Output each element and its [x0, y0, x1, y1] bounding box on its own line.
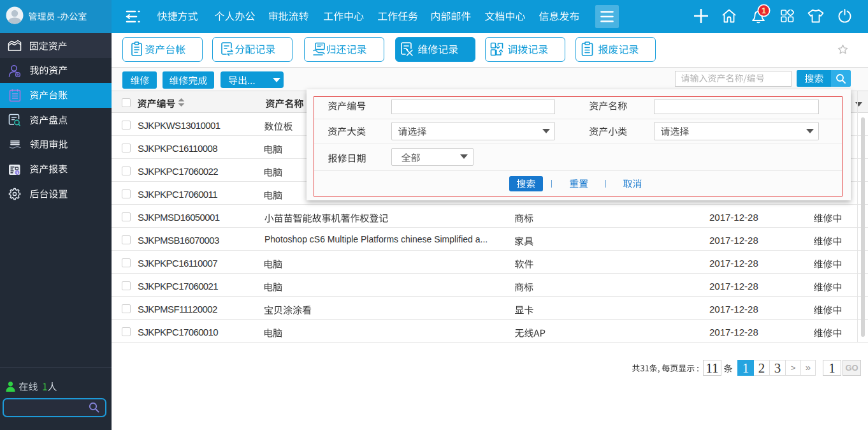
- svg-text:1: 1: [762, 6, 766, 15]
